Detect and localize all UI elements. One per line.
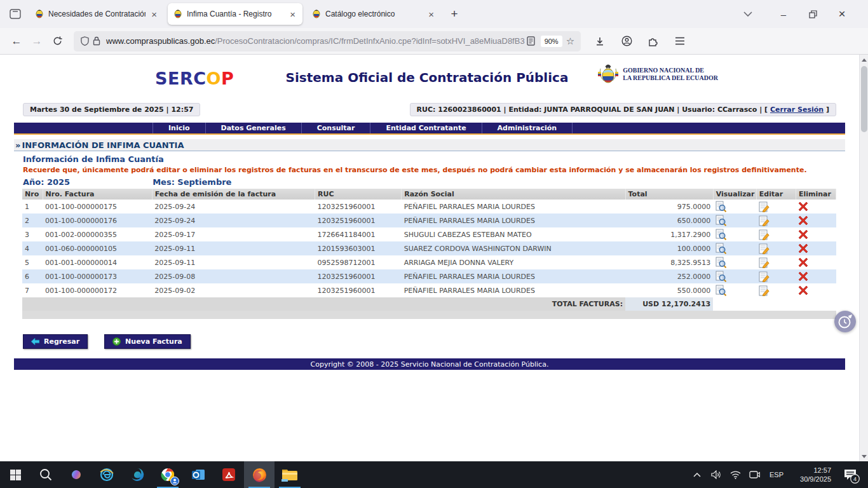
url-bar[interactable]: www.compraspublicas.gob.ec/ProcesoContra… — [74, 31, 581, 51]
window-restore-button[interactable] — [798, 2, 827, 26]
editar-icon[interactable] — [756, 200, 796, 214]
gov-text-line1: GOBIERNO NACIONAL DE — [623, 67, 718, 74]
forward-button[interactable]: → — [27, 31, 47, 51]
header-fecha: Fecha de emisión de la factura — [152, 189, 315, 200]
visualizar-icon[interactable] — [713, 227, 756, 241]
reload-button[interactable] — [47, 31, 67, 51]
visualizar-icon[interactable] — [713, 283, 756, 297]
page-scrollbar[interactable] — [859, 55, 868, 461]
cell-fecha: 2025-09-11 — [152, 255, 315, 269]
firefox-view-icon[interactable] — [5, 4, 25, 24]
language-indicator[interactable]: ESP — [765, 471, 788, 478]
visualizar-icon[interactable] — [713, 214, 756, 227]
visualizar-icon[interactable] — [713, 241, 756, 255]
wifi-icon[interactable] — [727, 461, 743, 488]
header-editar: Editar — [756, 189, 796, 200]
taskbar-chrome-button[interactable] — [153, 461, 183, 488]
tab-close-icon[interactable]: × — [426, 9, 436, 20]
downloads-icon[interactable] — [590, 31, 610, 51]
menu-item-entidad-contratante[interactable]: Entidad Contratante — [370, 123, 482, 133]
menu-item-consultar[interactable]: Consultar — [302, 123, 371, 133]
cell-ruc: 1203251960001 — [315, 283, 402, 297]
meet-now-icon[interactable] — [746, 461, 763, 488]
menu-item-inicio[interactable]: Inicio — [153, 123, 206, 133]
browser-tab[interactable]: Necesidades de Contratación y × — [29, 3, 164, 25]
tab-close-icon[interactable]: × — [288, 9, 297, 20]
cell-total: 550.0000 — [625, 283, 713, 297]
notification-center-button[interactable]: 4 — [837, 461, 863, 488]
zoom-level-badge[interactable]: 90% — [541, 36, 562, 47]
back-button[interactable]: ← — [6, 31, 27, 51]
eliminar-icon[interactable] — [796, 283, 836, 297]
start-button[interactable] — [0, 461, 31, 488]
scroll-up-icon[interactable] — [860, 55, 868, 65]
menu-item-datos-generales[interactable]: Datos Generales — [206, 123, 302, 133]
cell-ruc: 1203251960001 — [315, 214, 402, 227]
browser-tab-active[interactable]: Infima Cuantía - Registro × — [168, 3, 302, 25]
tab-close-icon[interactable]: × — [149, 9, 159, 20]
editar-icon[interactable] — [756, 269, 796, 283]
editar-icon[interactable] — [756, 241, 796, 255]
copilot-icon — [69, 468, 83, 482]
entity-label: Entidad: — [508, 105, 541, 114]
eliminar-icon[interactable] — [796, 227, 836, 241]
government-logo: GOBIERNO NACIONAL DE LA REPUBLICA DEL EC… — [597, 62, 718, 86]
scroll-down-icon[interactable] — [860, 451, 868, 461]
taskbar-acrobat-button[interactable] — [214, 461, 244, 488]
shield-icon[interactable] — [81, 36, 89, 46]
window-minimize-button[interactable]: – — [769, 2, 798, 26]
menu-item-administracion[interactable]: Administración — [482, 123, 573, 133]
breadcrumb: » INFORMACIÓN DE INFIMA CUANTIA — [14, 139, 845, 151]
visualizar-icon[interactable] — [713, 255, 756, 269]
page-title: Sistema Oficial de Contratación Pública — [205, 70, 649, 85]
volume-icon[interactable] — [708, 461, 724, 488]
taskbar-search-button[interactable] — [31, 461, 61, 488]
back-page-button[interactable]: Regresar — [23, 334, 88, 349]
tray-chevron-up-icon[interactable] — [689, 461, 705, 488]
user-value: CCarrasco — [717, 105, 757, 114]
eliminar-icon[interactable] — [796, 241, 836, 255]
bookmark-star-icon[interactable]: ☆ — [566, 36, 574, 47]
eliminar-icon[interactable] — [796, 200, 836, 214]
screen-time-widget[interactable] — [834, 311, 856, 332]
editar-icon[interactable] — [756, 227, 796, 241]
new-tab-button[interactable]: + — [445, 4, 464, 24]
total-label: TOTAL FACTURAS: — [22, 297, 625, 311]
taskbar-edge-button[interactable] — [122, 461, 153, 488]
total-value: USD 12,170.2413 — [625, 297, 713, 311]
menu-hamburger-icon[interactable] — [670, 31, 690, 51]
windows-taskbar: ESP 12:57 30/9/2025 4 — [0, 461, 868, 488]
new-invoice-button[interactable]: Nueva Factura — [104, 334, 191, 349]
taskbar-clock[interactable]: 12:57 30/9/2025 — [790, 466, 831, 484]
cell-nro: 2 — [22, 214, 43, 227]
visualizar-icon[interactable] — [713, 269, 756, 283]
visualizar-icon[interactable] — [713, 200, 756, 214]
list-all-tabs-icon[interactable] — [743, 8, 752, 20]
cell-razon-social: SHUGULI CABEZAS ESTEBAN MATEO — [402, 227, 625, 241]
header-nro: Nro — [22, 189, 43, 200]
lock-icon[interactable] — [93, 36, 100, 46]
reader-mode-icon[interactable] — [527, 36, 535, 46]
account-icon[interactable] — [616, 31, 637, 51]
taskbar-outlook-button[interactable] — [183, 461, 214, 488]
cell-fecha: 2025-09-11 — [152, 241, 315, 255]
logout-link[interactable]: Cerrar Sesión — [770, 105, 824, 114]
taskbar-copilot-button[interactable] — [61, 461, 92, 488]
editar-icon[interactable] — [756, 214, 796, 227]
extensions-icon[interactable] — [643, 31, 663, 51]
taskbar-firefox-button[interactable] — [244, 461, 275, 488]
eliminar-icon[interactable] — [796, 255, 836, 269]
scrollbar-thumb[interactable] — [861, 66, 867, 132]
window-close-button[interactable]: × — [827, 2, 857, 26]
action-buttons: Regresar Nueva Factura — [23, 334, 845, 349]
warning-text: Recuerde que, únicamente podrá editar o … — [23, 166, 845, 174]
browser-tab[interactable]: Catálogo electrónico × — [306, 3, 441, 25]
taskbar-ie-button[interactable] — [92, 461, 122, 488]
header-visualizar: Visualizar — [713, 189, 756, 200]
editar-icon[interactable] — [756, 283, 796, 297]
editar-icon[interactable] — [756, 255, 796, 269]
eliminar-icon[interactable] — [796, 269, 836, 283]
cell-ruc: 1203251960001 — [315, 269, 402, 283]
taskbar-explorer-button[interactable] — [275, 461, 305, 488]
eliminar-icon[interactable] — [796, 214, 836, 227]
